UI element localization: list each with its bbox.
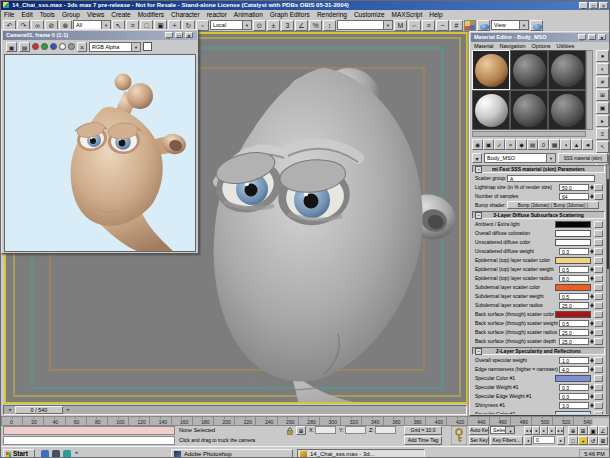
- scatter-group-field[interactable]: A: [507, 175, 595, 182]
- sample-slot[interactable]: [510, 90, 548, 130]
- render-scene-icon[interactable]: [477, 20, 490, 31]
- absolute-offset-toggle-icon[interactable]: ⊞: [296, 426, 306, 435]
- param-spinner[interactable]: 3.0: [559, 402, 589, 409]
- param-spinner[interactable]: 25.0: [559, 302, 589, 309]
- param-map-button[interactable]: [594, 239, 603, 246]
- minimize-button[interactable]: _: [579, 2, 588, 9]
- material-tool-icon[interactable]: ◑: [560, 139, 571, 150]
- channel-toggle-icon[interactable]: [50, 43, 57, 50]
- close-button[interactable]: ×: [599, 2, 608, 9]
- playback-button[interactable]: ◄: [532, 426, 540, 435]
- character-model-gray[interactable]: [211, 68, 466, 402]
- param-spinner[interactable]: 0.3: [559, 248, 589, 255]
- param-color-swatch[interactable]: [555, 311, 591, 318]
- viewport-nav-button[interactable]: ⊕: [568, 426, 578, 435]
- toolbar-icon[interactable]: ±: [267, 20, 280, 31]
- viewport-nav-button[interactable]: ▣: [588, 426, 598, 435]
- minimize-button[interactable]: _: [578, 34, 586, 40]
- auto-key-button[interactable]: Auto Key: [469, 426, 489, 435]
- coordinate-system-dropdown[interactable]: Local: [210, 20, 252, 30]
- add-time-tag[interactable]: Add Time Tag: [404, 436, 442, 445]
- material-tool-icon[interactable]: ▣: [483, 139, 494, 150]
- param-spinner[interactable]: 8.0: [559, 275, 589, 282]
- param-map-button[interactable]: [594, 393, 603, 400]
- menu-item[interactable]: Group: [62, 11, 80, 18]
- minimize-button[interactable]: _: [165, 32, 173, 38]
- close-button[interactable]: ×: [598, 34, 606, 40]
- menu-item[interactable]: Animation: [234, 11, 263, 18]
- rollout-header[interactable]: mi Fast SSS material (skin) Parameters: [472, 165, 605, 173]
- lightmap-size-spinner[interactable]: 50.0: [559, 184, 589, 191]
- playback-button[interactable]: ►: [540, 426, 548, 435]
- z-coordinate-field[interactable]: [375, 426, 396, 434]
- channel-toggle-icon[interactable]: [32, 43, 39, 50]
- set-key-button[interactable]: Set Key: [469, 436, 489, 445]
- param-map-button[interactable]: [594, 293, 603, 300]
- side-tool-icon[interactable]: ◐: [596, 63, 609, 75]
- param-map-button[interactable]: [594, 402, 603, 409]
- toolbar-icon[interactable]: ⇔: [408, 20, 421, 31]
- channel-display-dropdown[interactable]: RGB Alpha: [89, 42, 141, 52]
- track-bar[interactable]: 0204060801001201401601802002202402602803…: [1, 416, 591, 426]
- menu-item[interactable]: Tools: [40, 11, 55, 18]
- rollout-header[interactable]: 2-Layer Specularity and Reflections: [472, 347, 605, 355]
- taskbar-button-3dsmax[interactable]: 14_Chai_sss.max - 3d...: [297, 449, 425, 458]
- selection-lock-icon[interactable]: [286, 427, 294, 435]
- menu-item[interactable]: Customize: [354, 11, 385, 18]
- sample-slot[interactable]: [548, 90, 586, 130]
- toolbar-icon[interactable]: ~: [436, 20, 449, 31]
- quick-launch-icon[interactable]: [63, 450, 71, 458]
- close-button[interactable]: ×: [185, 32, 193, 38]
- key-filters-button[interactable]: Key Filters...: [490, 436, 523, 445]
- viewport-nav-button[interactable]: □: [568, 436, 578, 445]
- menu-item[interactable]: File: [4, 11, 14, 18]
- material-tool-icon[interactable]: ◆: [516, 139, 527, 150]
- param-color-swatch[interactable]: [555, 411, 591, 414]
- render-tool-icon[interactable]: ▤: [19, 42, 30, 52]
- sample-slot-active[interactable]: [472, 50, 510, 90]
- material-tool-icon[interactable]: ◉: [472, 139, 483, 150]
- material-editor-icon[interactable]: [464, 20, 476, 31]
- side-tool-icon[interactable]: ≡: [596, 128, 609, 140]
- maximize-button[interactable]: □: [589, 2, 598, 9]
- clear-icon[interactable]: ×: [77, 42, 87, 52]
- menu-item[interactable]: Material: [474, 43, 494, 49]
- material-tool-icon[interactable]: 0: [538, 139, 549, 150]
- sample-slot[interactable]: [510, 50, 548, 90]
- sample-vertical-scrollbar[interactable]: [586, 50, 593, 130]
- maximize-button[interactable]: □: [175, 32, 183, 38]
- maxscript-mini-listener[interactable]: [3, 426, 175, 435]
- toolbar-icon[interactable]: ↕: [323, 20, 336, 31]
- param-spinner[interactable]: 25.0: [559, 338, 589, 345]
- named-selection-dropdown[interactable]: [337, 20, 393, 30]
- x-coordinate-field[interactable]: [315, 426, 336, 434]
- quick-launch-icon[interactable]: [52, 450, 60, 458]
- samples-spinner[interactable]: 64: [559, 193, 589, 200]
- material-tool-icon[interactable]: ▦: [549, 139, 560, 150]
- menu-item[interactable]: Options: [532, 43, 551, 49]
- menu-item[interactable]: Character: [171, 11, 200, 18]
- param-map-button[interactable]: [594, 257, 603, 264]
- param-map-button[interactable]: [594, 384, 603, 391]
- material-tool-icon[interactable]: ×: [505, 139, 516, 150]
- parameters-scrollbar[interactable]: [606, 164, 610, 414]
- time-slider[interactable]: ◄ 0 / 540 ►: [3, 405, 467, 415]
- toolbar-icon[interactable]: ⊙: [253, 20, 266, 31]
- material-editor-title-bar[interactable]: Material Editor - Body_MSO _ □ ×: [471, 33, 610, 42]
- next-frame-arrow[interactable]: ►: [65, 407, 72, 413]
- param-spinner[interactable]: 4.0: [559, 366, 589, 373]
- toolbar-icon[interactable]: #: [450, 20, 463, 31]
- render-type-dropdown[interactable]: View: [491, 20, 529, 30]
- side-tool-icon[interactable]: ▣: [596, 102, 609, 114]
- start-button[interactable]: Start: [3, 449, 35, 458]
- param-map-button[interactable]: [594, 320, 603, 327]
- param-color-swatch[interactable]: [555, 221, 591, 228]
- material-type-button[interactable]: SSS material (skin): [558, 153, 608, 163]
- sample-slot[interactable]: [548, 50, 586, 90]
- previous-frame-arrow[interactable]: ◄: [6, 407, 13, 413]
- title-bar[interactable]: 14_Chai_sss.max - 3ds max 7 pre-release …: [1, 1, 610, 10]
- viewport-nav-button[interactable]: ∠: [598, 426, 608, 435]
- param-map-button[interactable]: [594, 411, 603, 414]
- side-tool-icon[interactable]: ⊞: [596, 89, 609, 101]
- param-map-button[interactable]: [594, 266, 603, 273]
